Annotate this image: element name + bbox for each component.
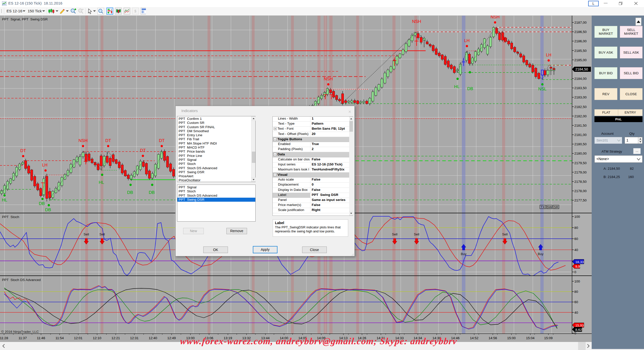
svg-text:Sell: Sell <box>84 232 89 236</box>
svg-text:12:21: 12:21 <box>111 336 120 340</box>
svg-text:DB: DB <box>127 190 133 195</box>
svg-text:2182,50: 2182,50 <box>574 105 587 109</box>
svg-text:12:31: 12:31 <box>130 336 139 340</box>
svg-text:Buy: Buy <box>461 252 467 256</box>
svg-text:12:49: 12:49 <box>167 336 176 340</box>
svg-text:2181,00: 2181,00 <box>574 133 587 137</box>
svg-text:9,9: 9,9 <box>575 265 580 268</box>
svg-text:80: 80 <box>574 290 578 294</box>
svg-text:DB: DB <box>149 190 155 195</box>
svg-text:2184,50: 2184,50 <box>575 67 588 71</box>
svg-text:LH: LH <box>464 38 470 43</box>
svg-text:2183,00: 2183,00 <box>574 95 587 99</box>
svg-text:DB: DB <box>45 207 51 212</box>
svg-text:2182,00: 2182,00 <box>574 114 587 118</box>
svg-text:$: $ <box>134 9 136 13</box>
svg-text:2185,50: 2185,50 <box>574 49 587 53</box>
svg-text:2184,00: 2184,00 <box>574 77 587 81</box>
svg-text:60: 60 <box>574 300 578 304</box>
svg-text:NSH: NSH <box>491 16 500 19</box>
svg-text:15:04: 15:04 <box>526 336 535 340</box>
svg-text:PPT Stoch: PPT Stoch <box>2 215 19 219</box>
svg-text:100: 100 <box>574 279 580 283</box>
svg-text:0: 0 <box>574 331 576 335</box>
svg-text:2180,50: 2180,50 <box>574 142 587 146</box>
svg-text:80: 80 <box>574 226 578 230</box>
svg-text:TX: TX <box>541 205 545 209</box>
svg-text:2179,50: 2179,50 <box>574 161 587 165</box>
svg-text:NSH: NSH <box>324 77 333 81</box>
svg-text:SR: SR <box>554 205 558 209</box>
svg-text:NSL: NSL <box>538 87 546 91</box>
svg-text:PPT Stoch DS Advanced: PPT Stoch DS Advanced <box>2 278 41 282</box>
svg-text:DT: DT <box>105 138 111 143</box>
svg-text:11:28: 11:28 <box>0 336 8 340</box>
svg-text:15:00: 15:00 <box>507 336 516 340</box>
svg-text:2183,50: 2183,50 <box>574 86 587 90</box>
svg-text:ES 12-16: ES 12-16 <box>7 9 22 13</box>
svg-text:NSH: NSH <box>412 19 421 24</box>
svg-text:Sell: Sell <box>392 232 397 236</box>
svg-text:40: 40 <box>574 248 578 252</box>
svg-text:PPT Signal, PPT Swing DSR: PPT Signal, PPT Swing DSR <box>2 17 48 21</box>
svg-text:DT: DT <box>140 148 146 153</box>
svg-text:11:37: 11:37 <box>19 336 27 340</box>
svg-text:2186,00: 2186,00 <box>574 39 587 43</box>
svg-text:© 2016 NinjaTrader, LLC: © 2016 NinjaTrader, LLC <box>1 330 39 334</box>
svg-text:8,62: 8,62 <box>575 328 582 332</box>
svg-text:2178,50: 2178,50 <box>574 180 587 184</box>
svg-text:2186,50: 2186,50 <box>574 30 587 34</box>
svg-text:LH: LH <box>546 53 551 57</box>
svg-text:SW: SW <box>547 205 552 209</box>
svg-text:Sell: Sell <box>502 232 508 236</box>
svg-text:0: 0 <box>574 270 576 274</box>
svg-text:12:40: 12:40 <box>149 336 157 340</box>
svg-text:2178,00: 2178,00 <box>574 189 587 193</box>
svg-text:Sell: Sell <box>414 232 419 236</box>
svg-text:2177,50: 2177,50 <box>574 198 587 202</box>
svg-text:HL: HL <box>2 198 7 202</box>
svg-text:DT: DT <box>20 148 26 153</box>
svg-text:LH: LH <box>42 163 48 167</box>
svg-text:12:01: 12:01 <box>74 336 83 340</box>
svg-text:2185,00: 2185,00 <box>574 58 587 62</box>
svg-text:100: 100 <box>574 215 580 219</box>
svg-text:18,33: 18,33 <box>575 260 584 264</box>
svg-text:11:54: 11:54 <box>56 336 64 340</box>
svg-text:2179,00: 2179,00 <box>574 170 587 174</box>
svg-text:HL: HL <box>99 180 104 185</box>
svg-text:DT: DT <box>159 138 165 143</box>
svg-text:DB: DB <box>39 201 45 206</box>
svg-text:40: 40 <box>574 311 578 314</box>
svg-text:60: 60 <box>574 237 578 241</box>
svg-text:NSH: NSH <box>78 138 88 143</box>
svg-text:15:09: 15:09 <box>544 336 553 340</box>
svg-text:15,93: 15,93 <box>575 324 584 327</box>
svg-text:Sell: Sell <box>99 232 105 236</box>
svg-text:11:46: 11:46 <box>37 336 45 340</box>
svg-text:12:10: 12:10 <box>93 336 101 340</box>
svg-text:14:52: 14:52 <box>470 336 478 340</box>
svg-text:2187,00: 2187,00 <box>574 21 587 24</box>
svg-text:150 Tick: 150 Tick <box>28 9 42 13</box>
svg-text:DB: DB <box>467 86 473 91</box>
svg-text:14:56: 14:56 <box>489 336 497 340</box>
svg-text:Buy: Buy <box>538 252 544 256</box>
svg-text:2180,00: 2180,00 <box>574 152 587 155</box>
svg-text:HL: HL <box>454 84 460 89</box>
svg-text:2181,50: 2181,50 <box>574 124 587 127</box>
